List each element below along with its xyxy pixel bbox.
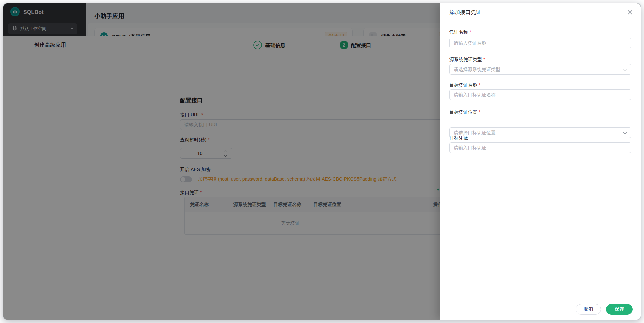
credential-name-label: 凭证名称 — [449, 29, 471, 35]
target-credential-name-label: 目标凭证名称 — [449, 82, 480, 88]
credential-name-input[interactable] — [449, 38, 631, 48]
add-credential-drawer: 添加接口凭证 凭证名称 源系统凭证类型 请选择源系统凭证类型 目标凭证名称 目标… — [440, 3, 641, 320]
app-window: SQLBot 默认工作空间 小助手应用 — [3, 3, 641, 320]
cancel-button[interactable]: 取消 — [576, 304, 601, 315]
target-credential-input[interactable] — [449, 142, 631, 153]
save-button[interactable]: 保存 — [606, 304, 633, 315]
target-credential-position-label: 目标凭证位置 — [449, 109, 480, 115]
chevron-down-icon — [623, 130, 627, 134]
target-credential-label: 目标凭证 — [449, 135, 468, 141]
close-icon[interactable] — [627, 10, 633, 15]
chevron-down-icon — [623, 67, 627, 71]
select-placeholder: 请选择源系统凭证类型 — [454, 67, 500, 73]
drawer-header: 添加接口凭证 — [440, 3, 641, 21]
drawer-footer: 取消 保存 — [440, 299, 641, 320]
drawer-title: 添加接口凭证 — [449, 9, 481, 16]
target-credential-position-select[interactable]: 请选择目标凭证位置 — [449, 127, 631, 138]
source-credential-type-label: 源系统凭证类型 — [449, 57, 485, 63]
source-credential-type-select[interactable]: 请选择源系统凭证类型 — [449, 64, 631, 75]
target-credential-name-input[interactable] — [449, 89, 631, 100]
